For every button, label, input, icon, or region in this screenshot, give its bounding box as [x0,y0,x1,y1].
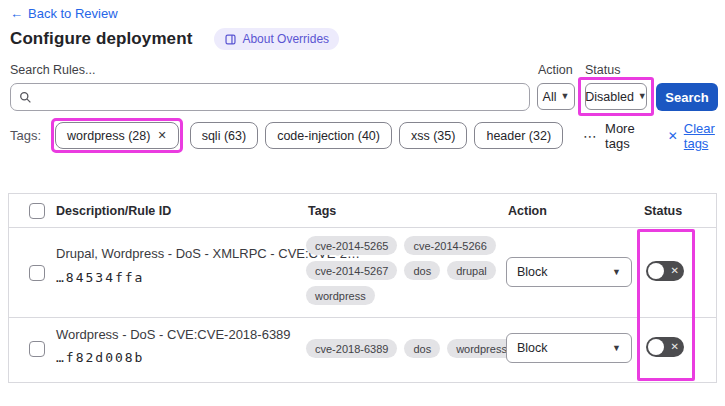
remove-tag-icon[interactable]: ✕ [157,129,166,142]
toggle-knob [648,339,664,355]
row-checkbox[interactable] [29,341,45,357]
status-toggle[interactable]: ✕ [646,261,684,281]
search-icon [19,91,32,104]
caret-down-icon: ▼ [612,268,621,277]
configure-deployment-page: ← Back to Review Configure deployment Ab… [0,0,725,406]
back-link-label: Back to Review [28,6,118,21]
search-rules-label: Search Rules... [10,63,95,77]
back-to-review-link[interactable]: ← Back to Review [10,6,118,21]
highlight-status-filter: Disabled ▼ [578,77,654,116]
action-label: Action [538,63,573,77]
about-overrides-label: About Overrides [242,32,329,46]
book-icon [224,33,237,46]
tag-pill-label: sqli (63) [202,129,246,143]
tag-pill-label: code-injection (40) [277,129,380,143]
rule-tag-chip: cve-2018-6389 [306,339,397,358]
clear-tags-button[interactable]: ✕ Clear tags [668,121,725,151]
toggle-off-icon: ✕ [671,266,679,276]
table-row: Wordpress - DoS - CVE:CVE-2018-6389 …f82… [9,318,716,381]
about-overrides-badge[interactable]: About Overrides [214,28,339,50]
action-select[interactable]: Block ▼ [506,333,632,363]
table-header-row: Description/Rule ID Tags Action Status [9,194,716,228]
select-all-checkbox[interactable] [29,203,45,219]
rule-id: …f82d008b [56,350,144,365]
rule-tag-chip: dos [404,261,440,280]
rule-description: Wordpress - DoS - CVE:CVE-2018-6389 [56,327,291,342]
column-header-action: Action [508,204,547,218]
rules-table: Description/Rule ID Tags Action Status D… [8,193,717,383]
rule-tag-chip: dos [404,339,440,358]
rule-tag-chip: cve-2014-5266 [404,236,495,255]
status-label: Status [585,63,620,77]
action-select-value: Block [517,341,548,355]
row-checkbox[interactable] [29,265,45,281]
rule-tags: cve-2014-5265 cve-2014-5266 cve-2014-526… [306,236,496,305]
search-input[interactable] [38,90,521,105]
rule-tags: cve-2018-6389 dos wordpress [306,339,516,358]
caret-down-icon: ▼ [560,92,569,101]
selected-tag-label: wordpress (28) [67,129,150,143]
status-dropdown-value: Disabled [585,90,634,104]
page-title: Configure deployment [10,29,192,49]
tag-pill-label: xss (35) [411,129,455,143]
rule-tag-chip: cve-2014-5267 [306,261,397,280]
toggle-knob [648,263,664,279]
tag-pill-sqli[interactable]: sqli (63) [190,122,258,149]
search-button[interactable]: Search [656,83,718,111]
status-dropdown[interactable]: Disabled ▼ [585,83,647,110]
action-select-value: Block [517,265,548,279]
action-dropdown[interactable]: All ▼ [537,83,575,110]
table-row: Drupal, Wordpress - DoS - XMLRPC - CVE:C… [9,228,716,318]
ellipsis-icon: ⋯ [583,128,598,144]
clear-tags-label: Clear tags [684,121,725,151]
search-input-container [10,83,530,111]
tags-bar: Tags: wordpress (28) ✕ sqli (63) code-in… [10,117,725,154]
rule-tag-chip: drupal [447,261,496,280]
tag-pill-xss[interactable]: xss (35) [399,122,467,149]
tag-pill-header[interactable]: header (32) [474,122,563,149]
rule-id: …84534ffa [56,270,144,285]
toggle-off-icon: ✕ [671,342,679,352]
selected-tag-pill-wordpress[interactable]: wordpress (28) ✕ [55,122,179,149]
rule-tag-chip: cve-2014-5265 [306,236,397,255]
more-tags-button[interactable]: ⋯ More tags [583,121,644,151]
rule-tag-chip: wordpress [306,286,375,305]
action-dropdown-value: All [543,90,557,104]
column-header-description: Description/Rule ID [56,204,171,218]
column-header-status: Status [644,204,682,218]
clear-icon: ✕ [668,129,678,143]
title-row: Configure deployment About Overrides [10,28,339,50]
tag-pill-label: header (32) [486,129,551,143]
caret-down-icon: ▼ [638,92,647,101]
caret-down-icon: ▼ [612,344,621,353]
highlight-selected-tag: wordpress (28) ✕ [51,118,183,153]
action-select[interactable]: Block ▼ [506,257,632,287]
more-tags-label: More tags [605,121,644,151]
status-toggle[interactable]: ✕ [646,337,684,357]
tags-label: Tags: [10,128,41,143]
column-header-tags: Tags [308,204,336,218]
tag-pill-code-injection[interactable]: code-injection (40) [265,122,392,149]
back-arrow-icon: ← [10,6,23,21]
